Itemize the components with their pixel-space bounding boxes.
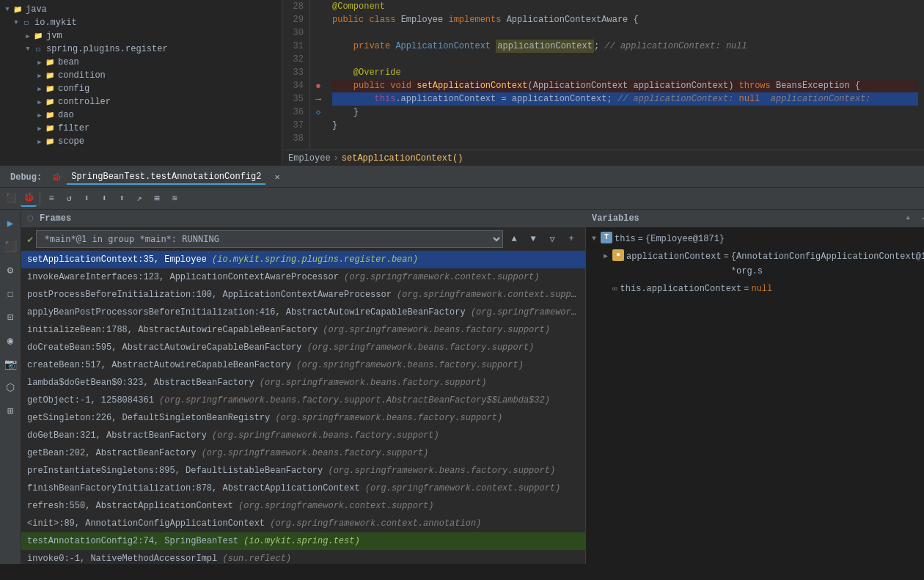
code-line-35: this.applicationContext = applicationCon…: [332, 92, 918, 106]
thread-up-btn[interactable]: ▲: [506, 231, 522, 247]
sidebar-step-into-btn[interactable]: ⊡: [0, 306, 21, 327]
var-icon-loop: ∞: [612, 282, 617, 296]
var-toolbar: + − 👓: [901, 211, 924, 226]
tree-label-bean: bean: [58, 57, 79, 67]
var-item-this[interactable]: ▼ T this = {Employee@1871}: [586, 230, 924, 248]
tree-arrow-condition: ▶: [35, 71, 44, 80]
toolbar-step-over-btn[interactable]: ↗: [131, 191, 147, 207]
tree-item-bean[interactable]: ▶ 📁 bean: [0, 56, 282, 69]
toolbar-console-btn[interactable]: ⬛: [3, 191, 19, 207]
var-icon-field: ●: [612, 249, 624, 261]
var-item-applicationContext[interactable]: ▶ ● applicationContext = {AnnotationConf…: [586, 248, 924, 280]
frame-item-13[interactable]: finishBeanFactoryInitialization:878, Abs…: [21, 480, 585, 497]
frame-item-1[interactable]: invokeAwareInterfaces:123, ApplicationCo…: [21, 268, 585, 286]
var-item-this-appctx[interactable]: ▶ ∞ this.applicationContext = null: [586, 280, 924, 298]
thread-filter-btn[interactable]: ▽: [544, 231, 560, 247]
debug-bar: Debug: 🐞 SpringBeanTest.testAnnotationCo…: [0, 167, 924, 188]
code-area: 28 29 30 31 32 33 34 35 36 37 38: [282, 0, 924, 150]
var-expand-this[interactable]: ▼: [592, 232, 601, 246]
toolbar-resume-btn[interactable]: ⬇: [96, 191, 112, 207]
sidebar-step-over-btn[interactable]: ☐: [0, 283, 21, 304]
tree-item-jvm[interactable]: ▶ 📁 jvm: [0, 29, 282, 43]
sidebar-hex-btn[interactable]: ⬡: [0, 377, 21, 397]
left-sidebar: ▶ ⬛ ⚙ ☐ ⊡ ◉ 📷 ⬡ ⊞: [0, 210, 21, 564]
toolbar-grid-btn[interactable]: ≋: [166, 191, 183, 207]
code-line-34: public void setApplicationContext(Applic…: [332, 79, 918, 92]
var-btn-add[interactable]: +: [901, 211, 915, 226]
frame-item-5[interactable]: doCreateBean:595, AbstractAutowireCapabl…: [21, 339, 585, 356]
frame-item-12[interactable]: preInstantiateSingletons:895, DefaultLis…: [21, 462, 585, 480]
debug-icon: 🐞: [52, 173, 61, 182]
thread-down-btn[interactable]: ▼: [525, 231, 541, 247]
toolbar-frames-btn[interactable]: ⊞: [149, 191, 165, 207]
frames-expand-icon[interactable]: ⬡: [27, 214, 34, 223]
var-expand-appctx[interactable]: ▶: [604, 249, 612, 264]
code-line-28: @Component: [332, 0, 918, 13]
tree-item-iomykit[interactable]: ▼ ◻ io.mykit: [0, 16, 282, 29]
sidebar-watch-btn[interactable]: ⊞: [0, 400, 21, 421]
toolbar-rerun-btn[interactable]: ↺: [61, 191, 77, 207]
var-btn-remove[interactable]: −: [917, 211, 924, 226]
thread-add-btn[interactable]: +: [563, 231, 579, 247]
frame-item-11[interactable]: getBean:202, AbstractBeanFactory (org.sp…: [21, 444, 585, 462]
frame-item-6[interactable]: createBean:517, AbstractAutowireCapableB…: [21, 356, 585, 374]
folder-icon-filter: 📁: [44, 122, 56, 134]
sidebar-camera-btn[interactable]: 📷: [0, 353, 21, 374]
frame-item-10[interactable]: doGetBean:321, AbstractBeanFactory (org.…: [21, 427, 585, 444]
tree-item-java[interactable]: ▼ 📁 java: [0, 3, 282, 16]
frame-item-7[interactable]: lambda$doGetBean$0:323, AbstractBeanFact…: [21, 374, 585, 392]
tree-item-dao[interactable]: ▶ 📁 dao: [0, 109, 282, 122]
frame-item-2[interactable]: postProcessBeforeInitialization:100, App…: [21, 286, 585, 304]
main-toolbar: ⬛ 🐞 ≡ ↺ ⬇ ⬇ ⬆ ↗ ⊞ ≋: [0, 188, 924, 210]
frame-item-3[interactable]: applyBeanPostProcessorsBeforeInitializat…: [21, 304, 585, 321]
tree-arrow-spring: ▼: [23, 45, 32, 54]
package-icon-iomykit: ◻: [21, 17, 32, 29]
frame-item-16[interactable]: testAnnotationConfig2:74, SpringBeanTest…: [21, 532, 585, 550]
tree-item-condition[interactable]: ▶ 📁 condition: [0, 69, 282, 82]
frame-item-14[interactable]: refresh:550, AbstractApplicationContext …: [21, 497, 585, 515]
frame-item-17[interactable]: invoke0:-1, NativeMethodAccessorImpl (su…: [21, 550, 585, 564]
code-line-32: [332, 53, 918, 66]
code-line-29: public class Employee implements Applica…: [332, 13, 918, 26]
thread-dropdown[interactable]: *main*@1 in group *main*: RUNNING: [36, 230, 503, 248]
variables-toolbar-row: Variables + − 👓: [586, 210, 924, 227]
frame-item-0[interactable]: setApplicationContext:35, Employee (io.m…: [21, 251, 585, 268]
tree-item-config[interactable]: ▶ 📁 config: [0, 82, 282, 95]
toolbar-pause-btn[interactable]: ⬆: [114, 191, 130, 207]
sidebar-resume-btn[interactable]: ▶: [0, 213, 21, 233]
debug-label: Debug:: [6, 171, 46, 184]
sidebar-stop-btn[interactable]: ⬛: [0, 236, 21, 257]
folder-icon-bean: 📁: [44, 56, 56, 68]
frame-item-4[interactable]: initializeBean:1788, AbstractAutowireCap…: [21, 321, 585, 339]
breadcrumb: Employee › setApplicationContext(): [282, 150, 924, 166]
toolbar-restore-btn[interactable]: ≡: [43, 191, 59, 207]
toolbar-stop-btn[interactable]: ⬇: [78, 191, 95, 207]
code-line-33: @Override: [332, 66, 918, 79]
tree-item-scope[interactable]: ▶ 📁 scope: [0, 135, 282, 148]
tree-label-condition: condition: [58, 70, 106, 81]
debug-close-btn[interactable]: ✕: [274, 172, 279, 183]
code-line-31: private ApplicationContext applicationCo…: [332, 40, 918, 53]
tree-item-filter[interactable]: ▶ 📁 filter: [0, 122, 282, 135]
debug-tab-spring[interactable]: SpringBeanTest.testAnnotationConfig2: [67, 170, 265, 185]
tree-item-spring[interactable]: ▼ ◻ spring.plugins.register: [0, 43, 282, 56]
var-expand-this-appctx: ▶: [604, 282, 612, 296]
tree-label-scope: scope: [58, 136, 84, 147]
code-content: @Component public class Employee impleme…: [326, 0, 924, 150]
var-val-appctx: {AnnotationConfigApplicationContext@1874…: [731, 249, 924, 279]
thread-selector: ✔ *main*@1 in group *main*: RUNNING ▲ ▼ …: [21, 227, 585, 251]
var-name-appctx: applicationContext: [626, 249, 722, 264]
sidebar-settings-btn[interactable]: ⚙: [0, 260, 21, 280]
breakpoint-marker-34: ●: [315, 81, 321, 92]
tree-label-config: config: [58, 84, 89, 94]
var-icon-this: T: [601, 232, 612, 243]
frame-item-9[interactable]: getSingleton:226, DefaultSingletonBeanRe…: [21, 409, 585, 427]
frame-item-15[interactable]: <init>:89, AnnotationConfigApplicationCo…: [21, 515, 585, 532]
sidebar-step-out-btn[interactable]: ◉: [0, 330, 21, 350]
frame-item-8[interactable]: getObject:-1, 1258084361 (org.springfram…: [21, 392, 585, 409]
toolbar-debugger-btn[interactable]: 🐞: [21, 191, 37, 207]
tree-item-controller[interactable]: ▶ 📁 controller: [0, 95, 282, 109]
tree-arrow-iomykit: ▼: [12, 18, 21, 27]
var-val-this: {Employee@1871}: [645, 232, 725, 246]
frames-header: ⬡ Frames: [21, 210, 585, 227]
